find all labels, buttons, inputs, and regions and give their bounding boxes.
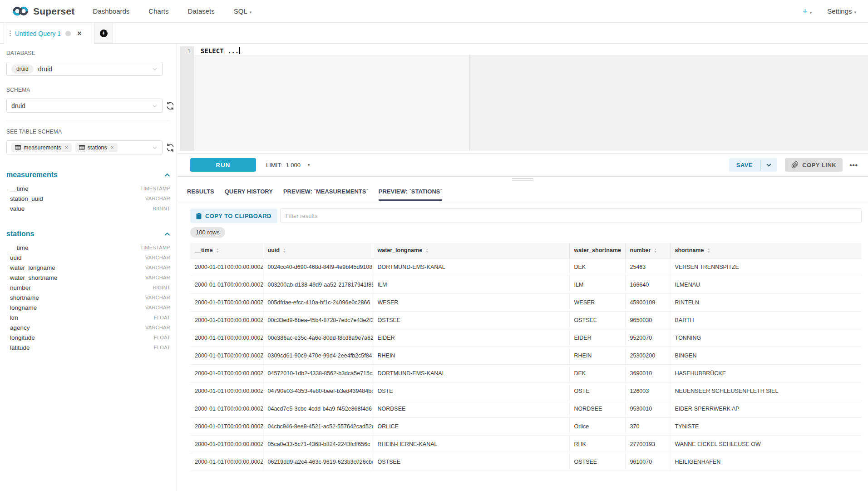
table-cell: 3690010 [625, 364, 670, 382]
refresh-tables-icon[interactable] [165, 143, 175, 153]
column-header-uuid[interactable]: uuid▲▼ [263, 243, 373, 258]
sort-icon[interactable]: ▲▼ [216, 248, 219, 253]
sort-icon[interactable]: ▲▼ [654, 248, 657, 253]
table-cell: DEK [569, 364, 625, 382]
column-header-water_shortname[interactable]: water_shortname▲▼ [569, 243, 625, 258]
table-cell: 04572010-1db2-4338-8562-b3dca5e715c5 [263, 364, 373, 382]
copy-link-label: COPY LINK [802, 162, 836, 169]
sort-icon[interactable]: ▲▼ [283, 248, 286, 253]
column-row: kmFLOAT [6, 312, 170, 322]
database-label: DATABASE [6, 50, 177, 56]
table-cell: 370 [625, 417, 670, 435]
caret-down-icon: ▾ [854, 10, 856, 15]
copy-to-clipboard-button[interactable]: COPY TO CLIPBOARD [190, 208, 277, 223]
schema-section-header[interactable]: stations [6, 230, 170, 238]
column-list: __timeTIMESTAMPstation_uuidVARCHARvalueB… [6, 184, 170, 213]
remove-icon[interactable]: × [65, 144, 68, 151]
table-row[interactable]: 2000-01-01T00:00:00.000Z04790e03-4353-4e… [190, 382, 861, 400]
more-actions-button[interactable]: ••• [849, 161, 858, 169]
new-menu-button[interactable]: +▾ [803, 6, 812, 16]
limit-dropdown[interactable]: LIMIT: 1 000 ▾ [266, 162, 310, 169]
results-tab-preview-stations-[interactable]: PREVIEW: `STATIONS` [379, 182, 442, 201]
refresh-schema-icon[interactable] [165, 101, 175, 111]
table-cell: WESER [569, 293, 625, 311]
results-tab-preview-measurements-[interactable]: PREVIEW: `MEASUREMENTS` [283, 182, 368, 201]
save-button[interactable]: SAVE [729, 158, 760, 172]
sql-editor[interactable]: 1 SELECT ... [177, 44, 868, 154]
table-row[interactable]: 2000-01-01T00:00:00.000Z00c33ed9-6bea-45… [190, 311, 861, 329]
results-tab-results[interactable]: RESULTS [187, 182, 214, 201]
table-row[interactable]: 2000-01-01T00:00:00.000Z05ca0e33-5c71-43… [190, 435, 861, 453]
collapse-chevron-up-icon[interactable] [164, 231, 170, 237]
nav-item-charts[interactable]: Charts [148, 7, 168, 15]
copy-link-button[interactable]: COPY LINK [785, 158, 843, 172]
superset-logo-icon [12, 5, 29, 17]
table-schema-select[interactable]: measurements×stations× [6, 140, 163, 154]
settings-menu[interactable]: Settings▾ [827, 7, 856, 15]
schema-section-header[interactable]: measurements [6, 171, 170, 179]
sort-icon[interactable]: ▲▼ [707, 248, 710, 253]
table-cell: RHEIN-HERNE-KANAL [373, 435, 569, 453]
table-cell: 2000-01-01T00:00:00.000Z [190, 364, 263, 382]
column-name: station_uuid [6, 195, 43, 202]
table-cell: NORDSEE [373, 400, 569, 417]
table-cell: 2000-01-01T00:00:00.000Z [190, 329, 263, 347]
run-button[interactable]: RUN [190, 158, 256, 172]
query-tab-title: Untitled Query 1 [15, 30, 61, 37]
column-row: uuidVARCHAR [6, 253, 170, 263]
row-count-badge: 100 rows [190, 227, 225, 238]
table-row[interactable]: 2000-01-01T00:00:00.000Z003200ab-d138-49… [190, 276, 861, 293]
table-cell: TÖNNING [670, 329, 861, 347]
column-header-water_longname[interactable]: water_longname▲▼ [373, 243, 569, 258]
superset-brand[interactable]: Superset [12, 5, 74, 17]
column-row: __timeTIMESTAMP [6, 184, 170, 193]
pane-resize-handle[interactable] [177, 177, 868, 182]
table-row[interactable]: 2000-01-01T00:00:00.000Z005dfdae-efcc-41… [190, 293, 861, 311]
drag-handle-icon[interactable] [10, 30, 11, 36]
close-icon[interactable]: × [77, 30, 81, 37]
column-header-label: water_shortname [574, 247, 621, 253]
nav-item-sql[interactable]: SQL▾ [234, 7, 252, 15]
nav-item-datasets[interactable]: Datasets [188, 7, 215, 15]
table-cell: WESER [373, 293, 569, 311]
results-tab-query-history[interactable]: QUERY HISTORY [225, 182, 273, 201]
table-row[interactable]: 2000-01-01T00:00:00.000Z00e386ac-e35c-4a… [190, 329, 861, 347]
column-row: shortnameVARCHAR [6, 293, 170, 303]
table-row[interactable]: 2000-01-01T00:00:00.000Z04572010-1db2-43… [190, 364, 861, 382]
column-name: km [6, 314, 18, 321]
remove-icon[interactable]: × [111, 144, 114, 151]
table-cell: 166640 [625, 276, 670, 293]
add-query-tab[interactable]: + [94, 23, 113, 43]
limit-label: LIMIT: [266, 162, 282, 169]
column-type: VARCHAR [145, 255, 170, 260]
query-tab-untitled[interactable]: Untitled Query 1 × [4, 23, 94, 44]
results-controls: COPY TO CLIPBOARD [177, 208, 868, 223]
column-header-number[interactable]: number▲▼ [625, 243, 670, 258]
column-name: uuid [6, 254, 22, 261]
table-row[interactable]: 2000-01-01T00:00:00.000Z06219dd9-a2c4-46… [190, 453, 861, 471]
table-cell: Orlice [569, 417, 625, 435]
table-cell: RINTELN [670, 293, 861, 311]
column-row: longitudeFLOAT [6, 332, 170, 342]
schema-select[interactable]: druid [6, 99, 163, 113]
table-row[interactable]: 2000-01-01T00:00:00.000Z0309cd61-90c9-47… [190, 347, 861, 364]
column-header-__time[interactable]: __time▲▼ [190, 243, 263, 258]
sort-icon[interactable]: ▲▼ [425, 248, 429, 253]
table-row[interactable]: 2000-01-01T00:00:00.000Z04acd7e5-3cbc-4c… [190, 400, 861, 417]
table-icon [79, 145, 85, 150]
column-header-shortname[interactable]: shortname▲▼ [670, 243, 861, 258]
table-row[interactable]: 2000-01-01T00:00:00.000Z04cbc946-8ee9-45… [190, 417, 861, 435]
nav-item-dashboards[interactable]: Dashboards [93, 7, 129, 15]
database-select[interactable]: druid druid [6, 62, 163, 76]
table-cell: 2000-01-01T00:00:00.000Z [190, 417, 263, 435]
results-table: __time▲▼uuid▲▼water_longname▲▼water_shor… [190, 243, 861, 471]
save-chevron-down-icon[interactable] [760, 158, 777, 172]
table-row[interactable]: 2000-01-01T00:00:00.000Z0024cc40-d690-46… [190, 258, 861, 276]
table-cell: WANNE EICKEL SCHLEUSE OW [670, 435, 861, 453]
table-cell: 2000-01-01T00:00:00.000Z [190, 293, 263, 311]
save-split-button: SAVE [729, 158, 777, 172]
collapse-chevron-up-icon[interactable] [164, 172, 170, 178]
column-row: longnameVARCHAR [6, 303, 170, 312]
caret-down-icon: ▾ [308, 163, 310, 167]
filter-results-input[interactable] [280, 208, 862, 223]
